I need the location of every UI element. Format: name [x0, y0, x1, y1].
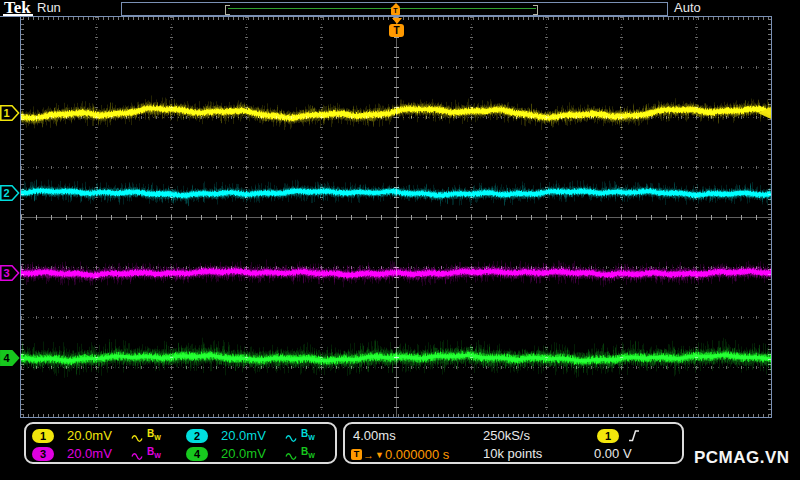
ac-coupling-icon — [285, 452, 298, 461]
bandwidth-limit-icon: BW — [147, 447, 161, 461]
window-bracket-right-icon — [533, 5, 538, 15]
acquisition-status: Run — [37, 1, 61, 15]
channel-1-indicators: BW — [131, 429, 161, 443]
channel-4-indicators: BW — [285, 447, 315, 461]
channel-1-scale: 20.0mV — [67, 429, 117, 443]
channel-1-badge: 1 — [32, 429, 54, 443]
record-position-bar: T — [121, 2, 668, 16]
trigger-t-icon: T — [351, 449, 362, 460]
trigger-t-icon: T — [391, 7, 400, 15]
horizontal-trigger-readout-box: 4.00ms 250kS/s 1 T → ▼ 0.000000 s 10k po… — [343, 422, 684, 464]
trigger-position-marker: T — [388, 18, 405, 37]
trigger-position-value: 0.000000 s — [385, 447, 449, 462]
ch1-right-edge-arrow-icon — [758, 107, 771, 119]
window-bracket-left-icon — [225, 5, 230, 15]
channel-1-number: 1 — [4, 107, 10, 119]
channel-marker-4: 4 — [0, 350, 20, 366]
bandwidth-limit-icon: BW — [301, 429, 315, 443]
channel-4-badge: 4 — [186, 447, 208, 461]
channel-readout-4: 4 20.0mV BW — [186, 446, 315, 461]
channel-2-badge: 2 — [186, 429, 208, 443]
watermark: PCMAG.VN — [694, 448, 790, 468]
channel-2-scale: 20.0mV — [221, 429, 271, 443]
channel-marker-1: 1 — [0, 105, 20, 121]
trigger-source-badge: 1 — [597, 429, 619, 443]
oscilloscope-screen: Tek Run T Auto T 1 2 3 4 1 — [0, 0, 800, 480]
time-per-div: 4.00ms — [353, 429, 396, 443]
record-length: 10k points — [483, 447, 542, 461]
ac-coupling-icon — [285, 434, 298, 443]
bandwidth-limit-icon: BW — [147, 429, 161, 443]
channel-3-indicators: BW — [131, 447, 161, 461]
channel-2-number: 2 — [4, 187, 10, 199]
waveform-canvas — [21, 17, 771, 417]
channel-3-badge: 3 — [32, 447, 54, 461]
waveform-display-area — [20, 17, 772, 418]
rising-edge-icon — [627, 428, 641, 443]
channel-2-indicators: BW — [285, 429, 315, 443]
trigger-position-readout: T → ▼ 0.000000 s — [351, 447, 449, 462]
channel-marker-2: 2 — [0, 185, 20, 201]
trigger-t-icon: T — [389, 24, 404, 37]
channel-4-scale: 20.0mV — [221, 447, 271, 461]
channel-marker-3: 3 — [0, 265, 20, 281]
triangle-down-icon: ▼ — [375, 449, 384, 461]
channel-4-number: 4 — [4, 352, 11, 364]
bandwidth-limit-icon: BW — [301, 447, 315, 461]
trigger-level: 0.00 V — [594, 447, 632, 461]
ac-coupling-icon — [131, 452, 144, 461]
record-window-line — [228, 8, 536, 9]
tek-logo: Tek — [4, 0, 31, 15]
trigger-mode-label: Auto — [674, 1, 701, 15]
channel-3-scale: 20.0mV — [67, 447, 117, 461]
sample-rate: 250kS/s — [483, 429, 530, 443]
channel-readout-2: 2 20.0mV BW — [186, 428, 315, 443]
channel-readout-box: 1 20.0mV BW 2 20.0mV BW 3 20.0mV BW 4 — [24, 422, 337, 464]
trigger-position-bar-icon: T — [390, 3, 401, 15]
channel-readout-1: 1 20.0mV BW — [32, 428, 161, 443]
ac-coupling-icon — [131, 434, 144, 443]
channel-3-number: 3 — [4, 267, 10, 279]
channel-readout-3: 3 20.0mV BW — [32, 446, 161, 461]
arrow-right-icon: → — [363, 449, 374, 461]
